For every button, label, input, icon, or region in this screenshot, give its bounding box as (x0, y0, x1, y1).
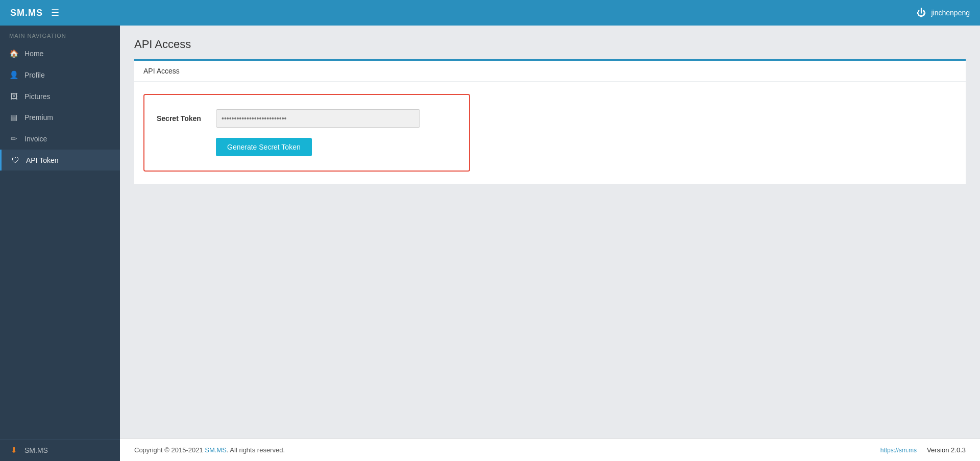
sidebar-item-premium[interactable]: ▤ Premium (0, 107, 120, 128)
sidebar-item-premium-label: Premium (24, 113, 53, 122)
card-header: API Access (134, 61, 966, 82)
main-layout: MAIN NAVIGATION 🏠 Home 👤 Profile 🖼 Pictu… (0, 26, 980, 461)
sidebar-bottom: ⬇ SM.MS (0, 439, 120, 461)
sidebar-item-profile-label: Profile (24, 71, 45, 79)
sidebar: MAIN NAVIGATION 🏠 Home 👤 Profile 🖼 Pictu… (0, 26, 120, 461)
premium-icon: ▤ (9, 113, 18, 122)
home-icon: 🏠 (9, 49, 18, 58)
main-footer: Copyright © 2015-2021 SM.MS. All rights … (120, 439, 980, 461)
header-left: SM.MS ☰ (10, 7, 59, 18)
hamburger-icon[interactable]: ☰ (51, 7, 59, 18)
footer-copyright: Copyright © 2015-2021 SM.MS. All rights … (134, 446, 285, 454)
sidebar-item-home[interactable]: 🏠 Home (0, 43, 120, 64)
sidebar-section-label: MAIN NAVIGATION (0, 26, 120, 43)
sidebar-item-pictures[interactable]: 🖼 Pictures (0, 86, 120, 107)
generate-btn-row: Generate Secret Token (157, 138, 457, 156)
footer-site-link[interactable]: SM.MS (205, 446, 227, 454)
secret-token-input[interactable] (216, 109, 420, 128)
top-header: SM.MS ☰ ⏻ jinchenpeng (0, 0, 980, 26)
sidebar-item-invoice-label: Invoice (24, 135, 47, 143)
page-title: API Access (134, 38, 966, 51)
api-box: Secret Token Generate Secret Token (143, 94, 470, 172)
footer-version: Version 2.0.3 (927, 446, 966, 454)
card-body: Secret Token Generate Secret Token (134, 82, 966, 184)
generate-secret-token-button[interactable]: Generate Secret Token (216, 138, 312, 156)
sidebar-item-api-token-label: API Token (26, 156, 59, 164)
sidebar-item-pictures-label: Pictures (24, 92, 51, 101)
footer-copyright-suffix: . All rights reserved. (227, 446, 285, 454)
sidebar-item-invoice[interactable]: ✏ Invoice (0, 128, 120, 150)
sidebar-item-profile[interactable]: 👤 Profile (0, 64, 120, 86)
secret-token-label: Secret Token (157, 114, 208, 123)
footer-copyright-text: Copyright © 2015-2021 (134, 446, 205, 454)
footer-right: https://sm.ms Version 2.0.3 (880, 446, 966, 454)
power-icon[interactable]: ⏻ (917, 8, 926, 18)
page-body: API Access API Access Secret Token Gener… (120, 26, 980, 439)
sidebar-item-smms[interactable]: ⬇ SM.MS (0, 440, 120, 461)
username-label: jinchenpeng (931, 9, 970, 17)
header-right: ⏻ jinchenpeng (917, 8, 970, 18)
api-access-card: API Access Secret Token Generate Secret … (134, 59, 966, 184)
sidebar-item-smms-label: SM.MS (24, 446, 48, 454)
profile-icon: 👤 (9, 70, 18, 80)
download-icon: ⬇ (9, 446, 18, 455)
sidebar-item-home-label: Home (24, 50, 43, 58)
app-logo: SM.MS (10, 8, 43, 18)
footer-url: https://sm.ms (880, 447, 917, 454)
secret-token-row: Secret Token (157, 109, 457, 128)
sidebar-item-api-token[interactable]: 🛡 API Token (0, 150, 120, 171)
main-content: API Access API Access Secret Token Gener… (120, 26, 980, 461)
pictures-icon: 🖼 (9, 92, 18, 101)
invoice-icon: ✏ (9, 134, 18, 143)
shield-icon: 🛡 (11, 156, 20, 164)
